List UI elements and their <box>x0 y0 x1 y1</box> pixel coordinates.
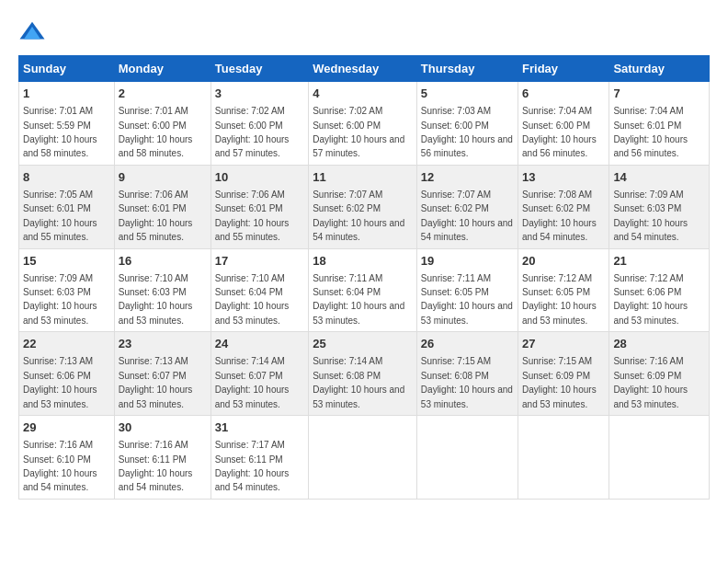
daylight-info: Daylight: 10 hours and 54 minutes. <box>119 468 193 492</box>
calendar-cell: 23Sunrise: 7:13 AMSunset: 6:07 PMDayligh… <box>114 332 210 416</box>
calendar-cell: 12Sunrise: 7:07 AMSunset: 6:02 PMDayligh… <box>416 165 518 248</box>
day-number: 12 <box>421 169 514 186</box>
day-number: 22 <box>23 336 110 352</box>
day-number: 8 <box>23 169 110 186</box>
sunrise-info: Sunrise: 7:13 AM <box>23 356 93 366</box>
calendar-cell: 10Sunrise: 7:06 AMSunset: 6:01 PMDayligh… <box>210 165 308 248</box>
calendar-cell: 17Sunrise: 7:10 AMSunset: 6:04 PMDayligh… <box>210 248 308 332</box>
calendar-cell: 1Sunrise: 7:01 AMSunset: 5:59 PMDaylight… <box>19 82 115 166</box>
sunset-info: Sunset: 6:05 PM <box>421 287 489 297</box>
sunrise-info: Sunrise: 7:06 AM <box>215 190 285 200</box>
sunrise-info: Sunrise: 7:08 AM <box>522 190 592 200</box>
calendar-cell <box>609 416 710 500</box>
sunset-info: Sunset: 6:04 PM <box>215 287 283 297</box>
calendar-cell: 22Sunrise: 7:13 AMSunset: 6:06 PMDayligh… <box>19 332 115 416</box>
day-number: 26 <box>421 336 514 352</box>
day-number: 31 <box>215 419 304 436</box>
calendar-cell <box>518 416 609 500</box>
sunrise-info: Sunrise: 7:06 AM <box>119 190 188 200</box>
calendar-cell: 3Sunrise: 7:02 AMSunset: 6:00 PMDaylight… <box>210 82 308 166</box>
calendar-cell: 21Sunrise: 7:12 AMSunset: 6:06 PMDayligh… <box>609 248 710 332</box>
sunset-info: Sunset: 6:01 PM <box>215 203 283 213</box>
calendar-cell: 9Sunrise: 7:06 AMSunset: 6:01 PMDaylight… <box>114 165 210 248</box>
column-header-monday: Monday <box>114 56 210 82</box>
daylight-info: Daylight: 10 hours and 58 minutes. <box>119 134 193 158</box>
day-number: 23 <box>119 336 207 352</box>
day-number: 28 <box>613 336 705 352</box>
sunset-info: Sunset: 6:06 PM <box>613 287 681 297</box>
day-number: 5 <box>421 86 514 102</box>
daylight-info: Daylight: 10 hours and 55 minutes. <box>119 218 193 242</box>
daylight-info: Daylight: 10 hours and 53 minutes. <box>313 301 404 325</box>
sunset-info: Sunset: 6:07 PM <box>119 371 187 381</box>
calendar-cell: 26Sunrise: 7:15 AMSunset: 6:08 PMDayligh… <box>416 332 518 416</box>
column-header-sunday: Sunday <box>19 56 115 82</box>
sunrise-info: Sunrise: 7:14 AM <box>215 356 285 366</box>
day-number: 16 <box>119 253 207 270</box>
daylight-info: Daylight: 10 hours and 54 minutes. <box>23 468 97 492</box>
sunset-info: Sunset: 6:00 PM <box>313 121 381 131</box>
daylight-info: Daylight: 10 hours and 53 minutes. <box>522 385 597 408</box>
day-number: 9 <box>119 169 207 186</box>
sunrise-info: Sunrise: 7:15 AM <box>421 356 491 366</box>
sunrise-info: Sunrise: 7:11 AM <box>421 273 491 283</box>
daylight-info: Daylight: 10 hours and 53 minutes. <box>522 301 597 325</box>
calendar-cell: 15Sunrise: 7:09 AMSunset: 6:03 PMDayligh… <box>19 248 115 332</box>
day-number: 24 <box>215 336 304 352</box>
daylight-info: Daylight: 10 hours and 53 minutes. <box>313 385 404 408</box>
calendar-cell: 24Sunrise: 7:14 AMSunset: 6:07 PMDayligh… <box>210 332 308 416</box>
sunrise-info: Sunrise: 7:05 AM <box>23 190 93 200</box>
calendar-cell: 31Sunrise: 7:17 AMSunset: 6:11 PMDayligh… <box>210 416 308 500</box>
calendar-header-row: SundayMondayTuesdayWednesdayThursdayFrid… <box>19 56 710 82</box>
day-number: 10 <box>215 169 304 186</box>
sunset-info: Sunset: 6:01 PM <box>119 203 187 213</box>
sunset-info: Sunset: 6:10 PM <box>23 454 91 465</box>
column-header-saturday: Saturday <box>609 56 710 82</box>
daylight-info: Daylight: 10 hours and 54 minutes. <box>215 468 290 492</box>
logo-icon <box>18 18 46 46</box>
daylight-info: Daylight: 10 hours and 54 minutes. <box>613 218 688 242</box>
daylight-info: Daylight: 10 hours and 53 minutes. <box>215 385 290 408</box>
sunrise-info: Sunrise: 7:07 AM <box>421 190 491 200</box>
day-number: 17 <box>215 253 304 270</box>
day-number: 20 <box>522 253 605 270</box>
daylight-info: Daylight: 10 hours and 58 minutes. <box>23 134 97 158</box>
calendar-cell: 7Sunrise: 7:04 AMSunset: 6:01 PMDaylight… <box>609 82 710 166</box>
calendar-cell <box>309 416 417 500</box>
daylight-info: Daylight: 10 hours and 54 minutes. <box>522 218 597 242</box>
day-number: 13 <box>522 169 605 186</box>
sunset-info: Sunset: 5:59 PM <box>23 121 91 131</box>
sunrise-info: Sunrise: 7:04 AM <box>522 106 592 116</box>
calendar-cell: 13Sunrise: 7:08 AMSunset: 6:02 PMDayligh… <box>518 165 609 248</box>
sunrise-info: Sunrise: 7:16 AM <box>23 440 93 450</box>
sunrise-info: Sunrise: 7:15 AM <box>522 356 592 366</box>
sunset-info: Sunset: 6:07 PM <box>215 371 283 381</box>
day-number: 7 <box>613 86 705 102</box>
calendar-cell: 28Sunrise: 7:16 AMSunset: 6:09 PMDayligh… <box>609 332 710 416</box>
column-header-tuesday: Tuesday <box>210 56 308 82</box>
sunrise-info: Sunrise: 7:07 AM <box>313 190 382 200</box>
sunset-info: Sunset: 6:04 PM <box>313 287 381 297</box>
calendar-cell: 14Sunrise: 7:09 AMSunset: 6:03 PMDayligh… <box>609 165 710 248</box>
sunset-info: Sunset: 6:00 PM <box>119 121 187 131</box>
week-row-1: 1Sunrise: 7:01 AMSunset: 5:59 PMDaylight… <box>19 82 710 166</box>
daylight-info: Daylight: 10 hours and 53 minutes. <box>23 301 97 325</box>
column-header-friday: Friday <box>518 56 609 82</box>
sunrise-info: Sunrise: 7:13 AM <box>119 356 188 366</box>
calendar-cell: 6Sunrise: 7:04 AMSunset: 6:00 PMDaylight… <box>518 82 609 166</box>
column-header-thursday: Thursday <box>416 56 518 82</box>
sunset-info: Sunset: 6:09 PM <box>613 371 681 381</box>
day-number: 11 <box>313 169 413 186</box>
daylight-info: Daylight: 10 hours and 56 minutes. <box>421 134 513 158</box>
daylight-info: Daylight: 10 hours and 54 minutes. <box>313 218 404 242</box>
calendar-cell: 30Sunrise: 7:16 AMSunset: 6:11 PMDayligh… <box>114 416 210 500</box>
sunset-info: Sunset: 6:11 PM <box>215 454 283 465</box>
daylight-info: Daylight: 10 hours and 57 minutes. <box>313 134 404 158</box>
day-number: 21 <box>613 253 705 270</box>
sunrise-info: Sunrise: 7:10 AM <box>215 273 285 283</box>
daylight-info: Daylight: 10 hours and 57 minutes. <box>215 134 290 158</box>
day-number: 27 <box>522 336 605 352</box>
sunrise-info: Sunrise: 7:04 AM <box>613 106 683 116</box>
daylight-info: Daylight: 10 hours and 53 minutes. <box>421 385 513 408</box>
logo <box>18 18 50 46</box>
